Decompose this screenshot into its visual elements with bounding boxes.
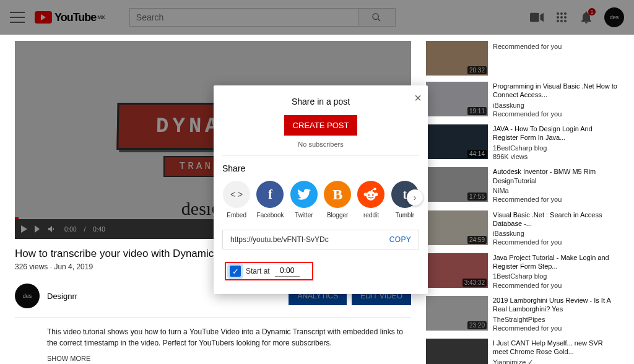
time-current: 0:00 <box>64 226 76 233</box>
recommendation-sub: Recommended for you <box>493 42 562 51</box>
recommendation-title: Autodesk Inventor - BMW M5 Rim DesignTut… <box>493 167 619 185</box>
recommendation-item[interactable]: 17:55Autodesk Inventor - BMW M5 Rim Desi… <box>426 167 619 204</box>
search-icon <box>371 12 381 22</box>
recommendation-channel: TheStraightPipes <box>493 315 619 324</box>
share-facebook[interactable]: fFacebook <box>256 181 284 219</box>
svg-point-5 <box>560 12 563 15</box>
recommendation-thumb: 20:32 <box>426 41 488 76</box>
video-description: This video tutorial shows you how to tur… <box>47 326 411 349</box>
recommendation-thumb: 6:35 <box>426 339 488 364</box>
svg-point-17 <box>364 193 367 196</box>
divider <box>222 155 419 156</box>
show-more-button[interactable]: SHOW MORE <box>47 355 411 362</box>
recommendation-title: JAVA - How To Design Login And Register … <box>493 124 619 142</box>
recommendation-item[interactable]: 23:202019 Lamborghini Urus Review - Is I… <box>426 296 619 332</box>
recommendation-thumb: 23:20 <box>426 296 488 331</box>
recommendation-thumb: 19:11 <box>426 82 488 116</box>
close-icon[interactable]: × <box>414 92 422 104</box>
logo-region: MX <box>97 14 105 20</box>
next-icon[interactable] <box>35 225 40 233</box>
notifications-icon[interactable]: 1 <box>580 11 593 24</box>
duration-badge: 20:32 <box>467 66 487 74</box>
svg-point-21 <box>372 194 374 196</box>
svg-point-12 <box>564 20 567 22</box>
svg-rect-2 <box>530 13 539 22</box>
recommendation-sub: Recommended for you <box>493 238 619 246</box>
recommendation-sub: Recommended for you <box>493 110 619 118</box>
recommendations: 20:32Recommended for you19:11Programming… <box>426 41 619 364</box>
play-icon[interactable] <box>21 225 27 233</box>
share-more-button[interactable]: › <box>407 189 423 206</box>
recommendation-title: Visual Basic .Net : Search in Access Dat… <box>493 210 619 228</box>
recommendation-channel: NiMa <box>493 186 619 195</box>
svg-point-18 <box>375 193 378 196</box>
volume-icon[interactable] <box>47 224 57 234</box>
share-blogger[interactable]: BBlogger <box>323 181 352 219</box>
svg-point-10 <box>557 20 559 22</box>
menu-icon[interactable] <box>10 10 25 25</box>
recommendation-sub: Recommended for you <box>493 195 619 204</box>
recommendation-item[interactable]: 6:35I Just CANT Help Myself... new SVR m… <box>426 339 619 364</box>
svg-point-9 <box>564 16 567 19</box>
create-post-button[interactable]: CREATE POST <box>284 115 358 136</box>
time-total: 0:40 <box>93 226 105 233</box>
duration-badge: 19:11 <box>467 107 487 115</box>
share-label: Share <box>222 163 419 173</box>
share-url-input[interactable] <box>230 235 389 244</box>
apps-icon[interactable] <box>555 11 568 24</box>
recommendation-item[interactable]: 3:43:32Java Project Tutorial - Make Logi… <box>426 253 619 290</box>
recommendation-channel: iBasskung <box>493 229 619 238</box>
channel-avatar[interactable]: des <box>15 284 40 308</box>
recommendation-item[interactable]: 19:11Programming in Visual Basic .Net Ho… <box>426 82 619 118</box>
start-at-time-input[interactable] <box>275 266 300 277</box>
svg-point-8 <box>560 16 563 19</box>
start-at-checkbox[interactable]: ✓ <box>230 266 241 277</box>
recommendation-item[interactable]: 24:59Visual Basic .Net : Search in Acces… <box>426 210 619 247</box>
recommendation-thumb: 44:14 <box>426 124 488 159</box>
recommendation-title: I Just CANT Help Myself... new SVR meet … <box>493 339 619 357</box>
duration-badge: 3:43:32 <box>462 279 487 287</box>
recommendation-sub: Recommended for you <box>493 324 619 332</box>
logo-text: YouTube <box>54 11 96 24</box>
recommendation-channel: 1BestCsharp blog <box>493 272 619 280</box>
search-input[interactable] <box>129 8 358 27</box>
topbar: YouTube MX 1 des <box>0 0 634 35</box>
svg-point-0 <box>373 14 378 19</box>
recommendation-sub: Recommended for you <box>493 281 619 290</box>
svg-point-4 <box>557 12 559 15</box>
share-modal: × Share in a post CREATE POST No subscri… <box>214 85 428 294</box>
svg-point-7 <box>557 16 559 19</box>
recommendation-thumb: 17:55 <box>426 167 488 202</box>
recommendation-item[interactable]: 44:14JAVA - How To Design Login And Regi… <box>426 124 619 161</box>
svg-point-20 <box>368 194 370 196</box>
searchbox <box>129 8 396 27</box>
duration-badge: 23:20 <box>467 321 487 329</box>
duration-badge: 44:14 <box>467 150 487 158</box>
share-reddit[interactable]: reddit <box>357 181 385 219</box>
recommendation-channel: iBasskung <box>493 101 619 110</box>
youtube-logo[interactable]: YouTube MX <box>35 11 105 24</box>
recommendation-title: Java Project Tutorial - Make Login and R… <box>493 253 619 271</box>
channel-name[interactable]: Designrr <box>47 292 77 301</box>
duration-badge: 24:59 <box>467 236 487 244</box>
recommendation-sub: 896K views <box>493 152 619 161</box>
share-twitter[interactable]: Twitter <box>290 181 318 219</box>
modal-title: Share in a post <box>222 97 419 106</box>
svg-point-16 <box>367 191 376 201</box>
recommendation-channel: 1BestCsharp blog <box>493 144 619 152</box>
user-avatar[interactable]: des <box>604 7 624 27</box>
svg-marker-3 <box>541 13 544 22</box>
search-button[interactable] <box>358 8 396 27</box>
notification-badge: 1 <box>588 8 596 15</box>
recommendation-title: 2019 Lamborghini Urus Review - Is It A R… <box>493 296 619 314</box>
share-embed[interactable]: < >Embed <box>222 181 251 219</box>
create-video-icon[interactable] <box>530 11 544 24</box>
start-at-label: Start at <box>246 267 270 275</box>
recommendation-thumb: 3:43:32 <box>426 253 488 288</box>
recommendation-channel: Yiannimize ✓ <box>493 358 619 364</box>
recommendation-item[interactable]: 20:32Recommended for you <box>426 41 619 76</box>
recommendation-title: Programming in Visual Basic .Net How to … <box>493 82 619 100</box>
start-at-highlight: ✓ Start at <box>225 262 313 280</box>
copy-button[interactable]: COPY <box>389 235 411 244</box>
svg-point-6 <box>564 12 567 15</box>
